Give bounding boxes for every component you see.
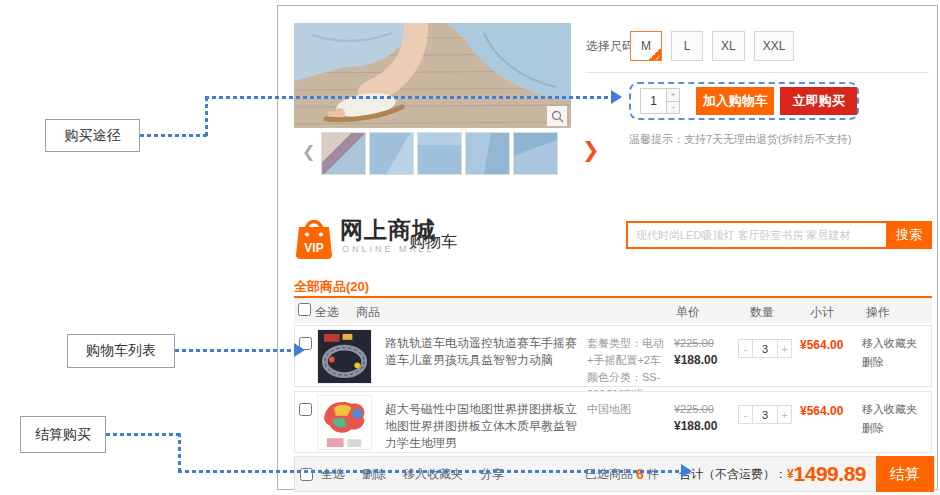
cart-footer-bar: 全选 删除 移入收藏夹 分享 已选商品 6 件 合计（不含运费）： ¥ 1499… <box>294 456 935 492</box>
dotted-connector <box>106 433 181 436</box>
add-to-cart-button[interactable]: 加入购物车 <box>696 87 774 115</box>
size-options: M L XL XXL <box>630 31 794 61</box>
dotted-connector <box>205 96 612 99</box>
thumbs-next-button[interactable]: ❯ <box>582 138 600 162</box>
thumbnail-strip <box>321 132 558 175</box>
move-to-favorites-link[interactable]: 移入收藏夹 <box>862 334 917 353</box>
footer-delete-link[interactable]: 删除 <box>362 466 386 483</box>
product-thumbnail[interactable] <box>465 132 510 175</box>
qty-increase-button[interactable]: + <box>777 405 792 424</box>
annotation-label: 购物车列表 <box>86 342 156 360</box>
shopping-bag-icon: VIP <box>294 213 334 260</box>
tab-all-products[interactable]: 全部商品(20) <box>294 278 369 296</box>
cart-table-header: 全选 商品 单价 数量 小计 操作 <box>294 298 932 323</box>
move-to-favorites-link[interactable]: 移入收藏夹 <box>862 400 917 419</box>
checkout-button[interactable]: 结算 <box>876 456 934 492</box>
product-thumbnail[interactable] <box>369 132 414 175</box>
product-title[interactable]: 超大号磁性中国地图世界拼图拼板立地图世界拼图拼板立体木质早教益智力学生地理男 <box>385 401 581 452</box>
product-thumbnail[interactable] <box>321 132 366 175</box>
selected-suffix: 件 <box>647 466 659 483</box>
price-block: ¥225.00 ¥188.00 <box>674 401 717 435</box>
delete-link[interactable]: 删除 <box>862 419 917 438</box>
dotted-connector <box>178 470 683 473</box>
old-price: ¥225.00 <box>674 401 717 418</box>
col-unit-price: 单价 <box>676 304 700 321</box>
quantity-input[interactable] <box>640 88 667 114</box>
return-policy-tip: 温馨提示：支持7天无理由退货(拆封后不支持) <box>629 132 851 147</box>
size-option-l[interactable]: L <box>671 31 703 61</box>
qty-decrease-button[interactable]: - <box>738 405 753 424</box>
product-title[interactable]: 路轨轨道车电动遥控轨道赛车手摇赛道车儿童男孩玩具益智智力动脑 <box>385 335 581 369</box>
row-quantity-input[interactable] <box>753 339 777 358</box>
product-specs: 中国地图 <box>587 401 679 418</box>
dotted-connector <box>205 97 208 137</box>
col-subtotal: 小计 <box>810 304 834 321</box>
col-quantity: 数量 <box>750 304 774 321</box>
size-option-xl[interactable]: XL <box>712 31 745 61</box>
zoom-icon[interactable] <box>547 106 567 126</box>
dotted-connector <box>178 433 181 473</box>
annotation-arrow-icon <box>611 90 622 104</box>
footer-move-to-favorites-link[interactable]: 移入收藏夹 <box>403 466 463 483</box>
quantity-stepper: + - <box>640 88 680 114</box>
search-input[interactable] <box>626 221 886 249</box>
page-title: 购物车 <box>409 232 457 253</box>
row-subtotal: ¥564.00 <box>800 404 862 418</box>
annotation-cart-list: 购物车列表 <box>67 334 175 368</box>
footer-summary: 已选商品 6 件 合计（不含运费）： ¥ 1499.89 结算 <box>585 456 934 492</box>
current-price: ¥188.00 <box>674 352 717 369</box>
footer-select-all-link[interactable]: 全选 <box>321 466 345 483</box>
screenshot-canvas: 购买途径 购物车列表 结算购买 <box>0 0 940 495</box>
row-actions: 移入收藏夹 删除 <box>862 334 917 372</box>
total-amount: 1499.89 <box>794 462 866 486</box>
buy-now-button[interactable]: 立即购买 <box>780 87 857 115</box>
annotation-checkout: 结算购买 <box>20 416 106 453</box>
svg-text:VIP: VIP <box>304 241 323 255</box>
product-main-image[interactable] <box>294 23 571 128</box>
price-block: ¥225.00 ¥188.00 <box>674 335 717 369</box>
divider <box>586 72 929 73</box>
size-option-m[interactable]: M <box>630 31 662 61</box>
annotation-label: 结算购买 <box>35 426 91 444</box>
total-label: 合计（不含运费）： <box>679 466 787 483</box>
product-thumbnail[interactable] <box>417 132 462 175</box>
col-product: 商品 <box>356 304 380 321</box>
annotation-purchase-path: 购买途径 <box>45 119 140 152</box>
buy-actions-box: + - 加入购物车 立即购买 <box>629 82 859 120</box>
product-image-map[interactable] <box>317 395 372 450</box>
page-panel: ❮ ❯ 选择尺码： M L XL XXL + - <box>277 5 938 490</box>
delete-link[interactable]: 删除 <box>862 353 917 372</box>
search-button[interactable]: 搜索 <box>886 221 932 249</box>
thumbs-prev-button[interactable]: ❮ <box>302 142 315 161</box>
qty-decrease-button[interactable]: - <box>667 102 680 115</box>
qty-decrease-button[interactable]: - <box>738 339 753 358</box>
selected-prefix: 已选商品 <box>585 466 633 483</box>
dotted-connector <box>140 134 208 137</box>
cart-row: 超大号磁性中国地图世界拼图拼板立地图世界拼图拼板立体木质早教益智力学生地理男 中… <box>294 391 932 453</box>
row-subtotal: ¥564.00 <box>800 338 862 352</box>
select-all-checkbox[interactable] <box>298 303 311 316</box>
annotation-label: 购买途径 <box>65 127 121 145</box>
annotation-arrow-icon <box>681 464 692 478</box>
product-thumbnail[interactable] <box>513 132 558 175</box>
qty-increase-button[interactable]: + <box>777 339 792 358</box>
row-actions: 移入收藏夹 删除 <box>862 400 917 438</box>
footer-share-link[interactable]: 分享 <box>480 466 504 483</box>
product-image-racetrack[interactable] <box>317 329 372 384</box>
size-option-xxl[interactable]: XXL <box>754 31 795 61</box>
cart-row: 路轨轨道车电动遥控轨道赛车手摇赛道车儿童男孩玩具益智智力动脑 套餐类型：电动+手… <box>294 325 932 387</box>
row-quantity-stepper: - + <box>738 405 792 424</box>
currency-symbol: ¥ <box>787 467 794 481</box>
row-checkbox[interactable] <box>299 403 312 416</box>
selected-check-icon <box>649 48 661 60</box>
vip-bag-logo[interactable]: VIP <box>294 213 334 260</box>
col-select-all: 全选 <box>315 304 339 321</box>
row-quantity-stepper: - + <box>738 339 792 358</box>
row-quantity-input[interactable] <box>753 405 777 424</box>
qty-increase-button[interactable]: + <box>667 88 680 102</box>
annotation-arrow-icon <box>294 343 305 357</box>
current-price: ¥188.00 <box>674 418 717 435</box>
col-action: 操作 <box>866 304 890 321</box>
product-photo-illustration <box>294 23 571 128</box>
selected-count: 6 <box>636 466 644 482</box>
